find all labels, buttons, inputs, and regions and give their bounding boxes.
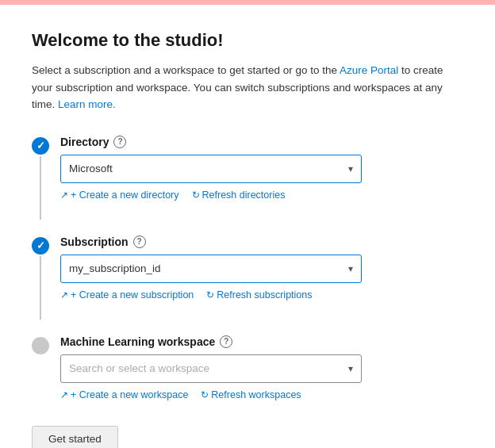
refresh-subscriptions-icon: ↻ [206,289,214,301]
subscription-section: ✓ Subscription ? my_subscription_id ▾ ↗ … [32,235,463,320]
subscription-check-icon: ✓ [36,239,45,251]
refresh-workspaces-link[interactable]: ↻ Refresh workspaces [201,389,301,400]
refresh-subscriptions-link[interactable]: ↻ Refresh subscriptions [206,289,312,301]
directory-action-links: ↗ + Create a new directory ↻ Refresh dir… [60,190,463,201]
directory-label-row: Directory ? [60,136,463,148]
directory-dropdown-arrow-icon: ▾ [348,163,353,174]
directory-dropdown[interactable]: Microsoft ▾ [60,155,362,183]
directory-info-icon[interactable]: ? [113,136,126,148]
get-started-button[interactable]: Get started [32,426,118,448]
subscription-step-indicator: ✓ [32,235,49,320]
create-directory-link[interactable]: ↗ + Create a new directory [60,190,179,201]
create-workspace-link[interactable]: ↗ + Create a new workspace [60,389,188,400]
directory-step-line [40,156,41,220]
workspace-label-row: Machine Learning workspace ? [60,335,463,348]
subscription-section-body: Subscription ? my_subscription_id ▾ ↗ + … [60,235,463,301]
refresh-directories-link[interactable]: ↻ Refresh directories [192,190,286,201]
refresh-workspaces-label: Refresh workspaces [211,389,301,400]
create-subscription-link[interactable]: ↗ + Create a new subscription [60,289,194,301]
page-wrapper: Welcome to the studio! Select a subscrip… [0,0,495,448]
create-workspace-label: + Create a new workspace [71,389,188,400]
refresh-directories-icon: ↻ [192,190,200,201]
refresh-subscriptions-label: Refresh subscriptions [217,289,312,301]
learn-more-link[interactable]: Learn more. [58,98,116,110]
refresh-directories-label: Refresh directories [202,190,286,201]
subscription-action-links: ↗ + Create a new subscription ↻ Refresh … [60,289,463,301]
subscription-dropdown-value: my_subscription_id [69,262,161,274]
page-title: Welcome to the studio! [32,30,463,51]
refresh-workspaces-icon: ↻ [201,389,209,400]
workspace-action-links: ↗ + Create a new workspace ↻ Refresh wor… [60,389,463,400]
workspace-step-indicator [32,335,49,354]
directory-check-icon: ✓ [36,140,45,151]
workspace-section: Machine Learning workspace ? Search or s… [32,335,463,400]
directory-section: ✓ Directory ? Microsoft ▾ ↗ + Create a n… [32,136,463,220]
create-subscription-label: + Create a new subscription [71,289,194,301]
directory-step-circle: ✓ [32,137,49,155]
directory-label: Directory [60,136,109,148]
subscription-step-circle: ✓ [32,237,49,255]
subscription-step-line [40,256,41,320]
workspace-step-circle [32,337,49,354]
workspace-section-body: Machine Learning workspace ? Search or s… [60,335,463,400]
workspace-info-icon[interactable]: ? [220,335,232,348]
workspace-dropdown-arrow-icon: ▾ [348,363,353,374]
subscription-dropdown-arrow-icon: ▾ [348,263,353,274]
page-description: Select a subscription and a workspace to… [32,62,463,113]
create-directory-label: + Create a new directory [71,190,179,201]
subscription-label-row: Subscription ? [60,235,463,248]
description-text-1: Select a subscription and a workspace to… [32,64,337,76]
subscription-label: Subscription [60,235,129,248]
azure-portal-link[interactable]: Azure Portal [340,64,398,76]
directory-dropdown-value: Microsoft [69,163,113,174]
content: Welcome to the studio! Select a subscrip… [0,5,495,448]
workspace-dropdown[interactable]: Search or select a workspace ▾ [60,354,362,383]
workspace-dropdown-placeholder: Search or select a workspace [69,362,209,374]
directory-section-body: Directory ? Microsoft ▾ ↗ + Create a new… [60,136,463,201]
create-subscription-icon: ↗ [60,289,68,301]
create-workspace-icon: ↗ [60,389,68,400]
subscription-info-icon[interactable]: ? [133,235,146,248]
create-directory-icon: ↗ [60,190,68,201]
workspace-label: Machine Learning workspace [60,335,215,348]
directory-step-indicator: ✓ [32,136,49,220]
subscription-dropdown[interactable]: my_subscription_id ▾ [60,255,362,283]
